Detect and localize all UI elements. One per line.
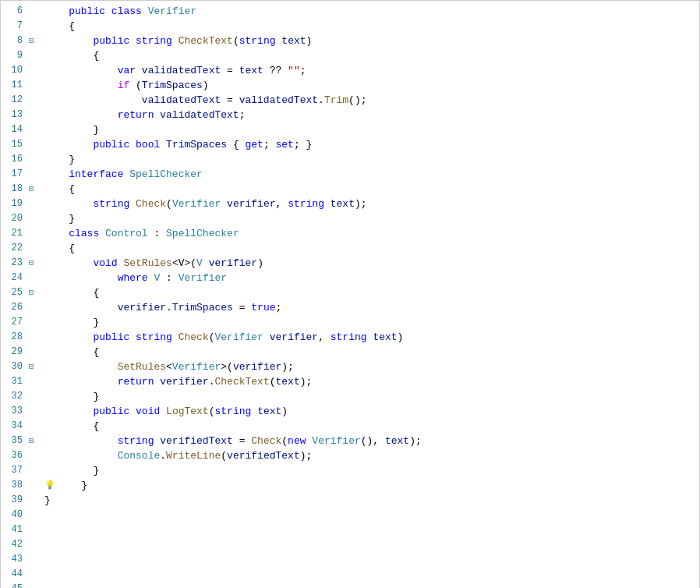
- line-number: 12: [1, 93, 23, 108]
- fold-gutter-cell: ⊟: [29, 434, 41, 448]
- code-token: [251, 404, 257, 419]
- code-line: var validatedText = text ?? "";: [44, 63, 699, 78]
- code-line: return verifier.CheckText(text);: [44, 374, 699, 389]
- line-number: 27: [1, 315, 23, 330]
- code-token: LogText: [166, 404, 209, 419]
- code-token: Check: [251, 434, 281, 448]
- code-line: {: [44, 48, 699, 63]
- fold-gutter-cell: [29, 78, 41, 93]
- line-number: 15: [1, 137, 23, 152]
- code-line: }: [44, 389, 699, 404]
- code-token: [306, 434, 313, 448]
- fold-gutter-cell: [29, 226, 41, 241]
- code-token: ): [398, 330, 404, 345]
- code-token: .: [318, 93, 324, 108]
- fold-gutter-cell: [29, 271, 41, 285]
- fold-gutter-cell: [29, 167, 41, 182]
- code-token: Verifier: [148, 4, 196, 19]
- code-token: return: [118, 374, 154, 389]
- code-token: Verifier: [312, 434, 360, 448]
- code-token: .: [166, 300, 172, 315]
- code-token: verifiedText: [160, 434, 233, 448]
- code-token: Verifier: [179, 271, 227, 285]
- fold-icon[interactable]: ⊟: [29, 285, 34, 300]
- fold-gutter-cell: [29, 508, 41, 522]
- code-token: [154, 374, 160, 389]
- fold-gutter-cell: [29, 567, 41, 582]
- fold-gutter-cell: [29, 108, 41, 122]
- code-line: public string CheckText(string text): [44, 34, 699, 48]
- line-number: 18: [1, 182, 23, 197]
- code-token: return: [118, 108, 154, 122]
- fold-gutter-cell: [29, 48, 41, 63]
- fold-gutter-cell: [29, 552, 41, 567]
- code-line: Console.WriteLine(verifiedText);: [44, 448, 699, 463]
- fold-gutter-cell: ⊟: [29, 285, 41, 300]
- code-token: text: [331, 197, 355, 211]
- code-token: [99, 226, 105, 241]
- line-number: 40: [1, 508, 23, 522]
- code-token: [142, 4, 148, 19]
- fold-icon[interactable]: ⊟: [29, 256, 34, 271]
- code-token: [263, 330, 270, 345]
- code-token: TrimSpaces: [142, 78, 203, 93]
- code-token: (: [209, 330, 215, 345]
- code-token: }: [57, 478, 87, 493]
- code-token: void: [93, 256, 117, 271]
- code-line: verifier.TrimSpaces = true;: [44, 300, 699, 315]
- code-token: [44, 271, 118, 285]
- fold-gutter-cell: [29, 419, 41, 434]
- line-number: 38: [1, 478, 23, 493]
- code-token: );: [281, 360, 294, 374]
- fold-gutter-cell: [29, 300, 41, 315]
- code-token: [44, 256, 93, 271]
- fold-gutter-cell: [29, 404, 41, 419]
- code-line: {: [44, 241, 699, 256]
- code-token: WriteLine: [166, 448, 221, 463]
- code-line: where V : Verifier: [44, 271, 699, 285]
- code-token: [44, 34, 93, 48]
- code-token: [148, 271, 154, 285]
- code-token: ();: [348, 93, 366, 108]
- code-line: string Check(Verifier verifier, string t…: [44, 197, 699, 211]
- code-token: Verifier: [172, 197, 221, 211]
- code-token: [44, 78, 118, 93]
- code-line: SetRules<Verifier>(verifier);: [44, 360, 699, 374]
- fold-gutter-cell: [29, 122, 41, 137]
- code-token: (: [233, 34, 239, 48]
- fold-gutter-cell: [29, 19, 41, 34]
- code-token: verifier: [270, 330, 318, 345]
- fold-icon[interactable]: ⊟: [29, 434, 34, 448]
- code-line: {: [44, 285, 699, 300]
- line-number: 43: [1, 552, 23, 567]
- code-token: .: [160, 448, 166, 463]
- code-token: (: [166, 197, 172, 211]
- code-token: [129, 404, 136, 419]
- line-number: 42: [1, 537, 23, 552]
- code-token: verifiedText: [227, 448, 300, 463]
- line-number: 13: [1, 108, 23, 122]
- fold-icon[interactable]: ⊟: [29, 182, 34, 197]
- code-token: text: [281, 34, 306, 48]
- code-token: text: [276, 374, 300, 389]
- code-token: [44, 374, 118, 389]
- code-token: =: [221, 63, 239, 78]
- fold-icon[interactable]: ⊟: [29, 360, 34, 374]
- code-token: [276, 34, 282, 48]
- code-token: ): [281, 404, 288, 419]
- code-token: [172, 330, 179, 345]
- line-number: 44: [1, 567, 23, 582]
- code-token: SpellChecker: [129, 167, 203, 182]
- fold-icon[interactable]: ⊟: [29, 34, 34, 48]
- fold-gutter-cell: [29, 63, 41, 78]
- code-token: [44, 226, 69, 241]
- fold-gutter-cell: [29, 463, 41, 478]
- code-token: (: [270, 374, 276, 389]
- code-token: );: [300, 448, 313, 463]
- fold-gutter-cell: [29, 478, 41, 493]
- code-token: {: [44, 48, 99, 63]
- code-token: "": [288, 63, 300, 78]
- line-number: 34: [1, 419, 23, 434]
- fold-gutter-cell: [29, 522, 41, 537]
- code-token: string: [239, 34, 276, 48]
